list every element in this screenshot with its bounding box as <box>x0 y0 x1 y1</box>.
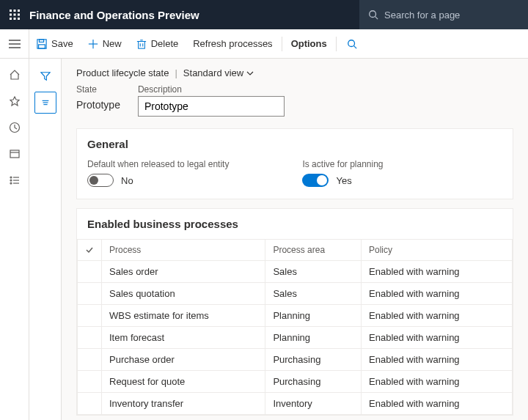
chevron-down-icon <box>246 70 254 77</box>
save-icon <box>37 39 47 49</box>
search-placeholder: Search for a page <box>384 10 460 21</box>
cell-policy: Enabled with warning <box>362 371 513 393</box>
table-row[interactable]: WBS estimate for itemsPlanningEnabled wi… <box>78 305 513 327</box>
cell-area: Planning <box>265 327 362 349</box>
search-icon <box>347 39 357 49</box>
processes-section: Enabled business processes Process Proce… <box>76 208 513 416</box>
cell-policy: Enabled with warning <box>362 261 513 283</box>
svg-rect-8 <box>18 18 20 20</box>
svg-line-10 <box>375 17 378 20</box>
cell-policy: Enabled with warning <box>362 349 513 371</box>
default-toggle[interactable] <box>87 174 114 187</box>
table-row[interactable]: Sales orderSalesEnabled with warning <box>78 261 513 283</box>
search-icon <box>368 10 378 20</box>
app-header: Finance and Operations Preview Search fo… <box>0 0 528 29</box>
cell-area: Planning <box>265 305 362 327</box>
col-process[interactable]: Process <box>102 240 265 261</box>
filter-icon[interactable] <box>34 65 56 87</box>
new-button[interactable]: New <box>81 29 129 59</box>
check-icon <box>85 246 94 254</box>
processes-table: Process Process area Policy Sales orderS… <box>77 239 513 415</box>
cell-area: Sales <box>265 261 362 283</box>
row-select[interactable] <box>78 305 102 327</box>
cell-area: Purchasing <box>265 371 362 393</box>
cell-process: Inventory transfer <box>102 393 265 415</box>
trash-icon <box>136 39 147 49</box>
view-selector[interactable]: Standard view <box>183 67 254 78</box>
svg-rect-7 <box>14 18 16 20</box>
section-title: General <box>77 129 513 159</box>
command-bar: Save New Delete Refresh processes Option… <box>0 29 528 59</box>
app-launcher-icon[interactable] <box>0 0 29 29</box>
row-select[interactable] <box>78 349 102 371</box>
default-field: Default when released to legal entity No <box>87 159 229 187</box>
svg-point-9 <box>370 11 376 18</box>
svg-point-30 <box>10 180 12 181</box>
nav-modules-icon[interactable] <box>3 169 26 192</box>
svg-rect-5 <box>18 14 20 16</box>
table-row[interactable]: Item forecastPlanningEnabled with warnin… <box>78 327 513 349</box>
svg-rect-1 <box>14 10 16 12</box>
cell-process: Item forecast <box>102 327 265 349</box>
table-row[interactable]: Purchase orderPurchasingEnabled with war… <box>78 349 513 371</box>
svg-rect-2 <box>18 10 20 12</box>
row-select[interactable] <box>78 327 102 349</box>
nav-recent-icon[interactable] <box>3 116 26 139</box>
menu-toggle-icon[interactable] <box>0 29 29 59</box>
svg-point-29 <box>10 177 12 178</box>
separator <box>336 37 337 51</box>
cell-policy: Enabled with warning <box>362 305 513 327</box>
col-policy[interactable]: Policy <box>362 240 513 261</box>
cell-policy: Enabled with warning <box>362 327 513 349</box>
svg-rect-6 <box>10 18 12 20</box>
cell-process: WBS estimate for items <box>102 305 265 327</box>
nav-rail <box>0 59 29 420</box>
svg-rect-19 <box>138 41 144 48</box>
svg-rect-16 <box>39 44 45 48</box>
save-button[interactable]: Save <box>29 29 81 59</box>
active-field: Is active for planning Yes <box>302 159 383 187</box>
refresh-button[interactable]: Refresh processes <box>186 29 279 59</box>
cell-area: Sales <box>265 283 362 305</box>
svg-rect-4 <box>14 14 16 16</box>
svg-point-24 <box>348 40 354 46</box>
find-button[interactable] <box>338 29 370 59</box>
table-row[interactable]: Request for quotePurchasingEnabled with … <box>78 371 513 393</box>
app-title: Finance and Operations Preview <box>29 9 214 21</box>
row-select[interactable] <box>78 283 102 305</box>
delete-button[interactable]: Delete <box>129 29 186 59</box>
svg-line-25 <box>353 45 356 48</box>
cell-process: Request for quote <box>102 371 265 393</box>
cell-area: Purchasing <box>265 349 362 371</box>
list-pane <box>29 59 62 420</box>
nav-favorites-icon[interactable] <box>3 89 26 113</box>
cell-process: Sales quotation <box>102 283 265 305</box>
row-select[interactable] <box>78 393 102 415</box>
row-select[interactable] <box>78 371 102 393</box>
page-title: Product lifecycle state <box>76 67 169 78</box>
cell-policy: Enabled with warning <box>362 283 513 305</box>
general-section: General Default when released to legal e… <box>76 128 513 199</box>
cell-process: Sales order <box>102 261 265 283</box>
options-button[interactable]: Options <box>284 29 334 59</box>
separator <box>282 37 282 51</box>
col-area[interactable]: Process area <box>265 240 362 261</box>
description-field: Description <box>138 84 285 117</box>
table-row[interactable]: Inventory transferInventoryEnabled with … <box>78 393 513 415</box>
cell-policy: Enabled with warning <box>362 393 513 415</box>
row-select[interactable] <box>78 261 102 283</box>
nav-workspaces-icon[interactable] <box>3 142 26 166</box>
active-toggle[interactable] <box>302 174 329 187</box>
state-value: Prototype <box>76 96 120 114</box>
table-row[interactable]: Sales quotationSalesEnabled with warning <box>78 283 513 305</box>
svg-rect-3 <box>10 14 12 16</box>
list-view-icon[interactable] <box>34 92 56 114</box>
select-all-column[interactable] <box>78 240 102 261</box>
state-field: State Prototype <box>76 84 120 117</box>
cell-area: Inventory <box>265 393 362 415</box>
description-input[interactable] <box>138 96 285 117</box>
nav-home-icon[interactable] <box>3 63 26 86</box>
cell-process: Purchase order <box>102 349 265 371</box>
search-box[interactable]: Search for a page <box>359 0 528 29</box>
svg-rect-27 <box>10 150 19 158</box>
